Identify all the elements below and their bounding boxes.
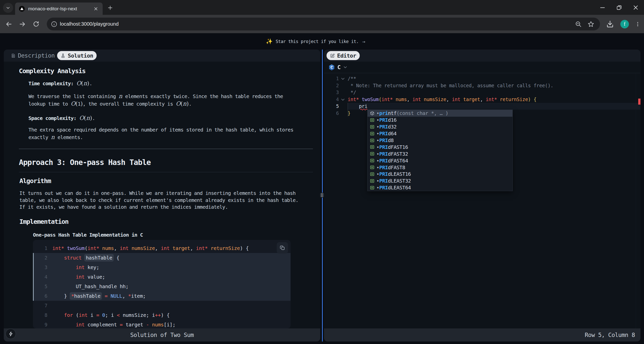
suggest-item[interactable]: •PRIdLEAST64 — [368, 184, 512, 191]
code-line: 7 — [33, 301, 291, 310]
suggest-item[interactable]: •PRId8 — [368, 137, 512, 144]
code-token: } — [348, 110, 350, 116]
suggest-label: •PRIdLEAST16 — [376, 171, 411, 177]
suggest-item[interactable]: •PRIdFAST16 — [368, 144, 512, 150]
quick-actions-button[interactable] — [6, 329, 16, 339]
code-token: , — [114, 245, 120, 251]
editor-line[interactable]: 5 pri — [324, 103, 640, 110]
suggest-item[interactable]: •PRIdFAST8 — [368, 164, 512, 171]
editor-line[interactable]: 2 * Note: The returned array must be mal… — [324, 82, 640, 89]
arrow-left-icon — [5, 21, 12, 28]
arrow-right-icon: → — [362, 38, 365, 45]
problem-panel-header: Description Solution — [4, 50, 320, 62]
suggest-widget[interactable]: •printf(const char *, … )•PRId16•PRId32•… — [367, 110, 513, 191]
star-banner[interactable]: ✨ Star this project if you like it. → — [0, 33, 637, 50]
paragraph-line: Time complexity: O(n). — [28, 80, 92, 88]
paragraph-line: We traverse the list containing n elemen… — [28, 93, 283, 100]
heading-approach-underline — [19, 172, 313, 172]
minimize-button[interactable] — [594, 0, 611, 15]
solution-document: Complexity Analysis Time complexity: O(n… — [4, 62, 320, 328]
address-bar[interactable]: localhost:3000/playground — [47, 18, 600, 30]
para-traverse: We traverse the list containing n elemen… — [28, 93, 283, 108]
line-number: 6 — [332, 110, 339, 117]
paragraph-line: Space complexity: O(n). — [28, 115, 95, 122]
tab-description[interactable]: Description — [11, 52, 55, 59]
code-token: int — [120, 245, 129, 251]
tab-close-button[interactable] — [93, 6, 99, 12]
site-info-icon[interactable] — [51, 21, 57, 27]
code-token: } — [52, 293, 70, 299]
code-token — [129, 245, 132, 251]
tab-solution[interactable]: Solution — [57, 51, 97, 60]
zap-icon — [8, 331, 13, 336]
browser-tab[interactable]: monaco-editor-lsp-next — [15, 3, 103, 15]
left-status-bar: Solution of Two Sum — [4, 328, 320, 341]
app-page: ✨ Star this project if you like it. → De… — [0, 33, 644, 344]
suggest-item[interactable]: •PRId32 — [368, 123, 512, 130]
tab-editor[interactable]: Editor — [327, 51, 360, 60]
profile-avatar[interactable]: f — [620, 20, 629, 28]
symbol-text-icon — [370, 131, 375, 136]
code-token: - — [146, 322, 149, 328]
code-token — [52, 312, 64, 318]
paragraph-line: The extra space required depends on the … — [28, 126, 293, 134]
code-token: ( — [379, 97, 381, 102]
suggest-item[interactable]: •PRIdFAST64 — [368, 157, 512, 164]
code-token: int — [76, 274, 85, 280]
reload-button[interactable] — [31, 19, 41, 29]
code-token: ) { — [240, 245, 249, 251]
code-token — [421, 97, 424, 102]
fold-chevron-icon[interactable] — [341, 76, 345, 81]
status-text: Solution of Two Sum — [130, 332, 194, 338]
code-token: int* — [348, 97, 359, 102]
toolbar-right: f — [606, 15, 644, 33]
code-token: int* — [196, 245, 208, 251]
editor-line[interactable]: 3 */ — [324, 89, 640, 96]
suggest-item[interactable]: •PRId16 — [368, 117, 512, 123]
back-button[interactable] — [4, 19, 14, 29]
editor-line[interactable]: 1/** — [324, 75, 640, 82]
code-token: target — [123, 322, 146, 328]
editor-line[interactable]: 4int* twoSum(int* nums, int numsSize, in… — [324, 96, 640, 103]
code-token — [497, 97, 500, 102]
symbol-text-icon — [370, 165, 375, 170]
arrow-right-icon — [19, 21, 26, 28]
language-selector[interactable]: C C — [324, 62, 640, 73]
close-window-button[interactable] — [627, 0, 644, 15]
code-token: int* — [381, 97, 393, 102]
code-line: 3 int key; — [33, 263, 291, 272]
code-token: ) { — [161, 312, 170, 318]
suggest-item[interactable]: •PRIdLEAST16 — [368, 171, 512, 178]
code-token: , — [446, 97, 452, 102]
copy-code-button[interactable] — [277, 242, 288, 253]
suggest-item[interactable]: •PRIdLEAST32 — [368, 178, 512, 184]
forward-button[interactable] — [18, 19, 27, 29]
suggest-item[interactable]: •printf(const char *, … ) — [368, 110, 512, 117]
url-text[interactable]: localhost:3000/playground — [60, 21, 575, 27]
plus-icon — [107, 5, 113, 11]
code-token: numsSize; i — [120, 312, 155, 318]
code-token: < — [117, 312, 120, 318]
code-token: ) — [528, 97, 531, 102]
fold-chevron-icon[interactable] — [341, 97, 345, 102]
code-token: target — [173, 245, 190, 251]
tab-search-button[interactable] — [3, 3, 13, 13]
divider-grip[interactable] — [320, 193, 324, 198]
bookmark-star-icon[interactable] — [587, 21, 594, 28]
new-tab-button[interactable] — [106, 4, 114, 12]
banner-text: Star this project if you like it. — [276, 39, 359, 44]
code-line: 4 int value; — [33, 272, 291, 282]
suggest-item[interactable]: •PRId64 — [368, 130, 512, 137]
zoom-out-icon[interactable] — [575, 21, 582, 28]
download-icon[interactable] — [606, 20, 614, 28]
tab-editor-label: Editor — [337, 53, 356, 59]
monaco-editor[interactable]: 1/**2 * Note: The returned array must be… — [324, 73, 640, 328]
code-token: , — [480, 97, 486, 102]
code-line: 1int* twoSum(int* nums, int numsSize, in… — [33, 243, 291, 253]
menu-kebab-icon[interactable] — [635, 20, 640, 28]
suggest-item[interactable]: •PRIdFAST32 — [368, 150, 512, 157]
problem-panel: Description Solution Complexity Analysis… — [4, 50, 320, 341]
restore-button[interactable] — [611, 0, 627, 15]
code-token: [i]; — [164, 322, 176, 328]
svg-text:C: C — [331, 65, 333, 69]
